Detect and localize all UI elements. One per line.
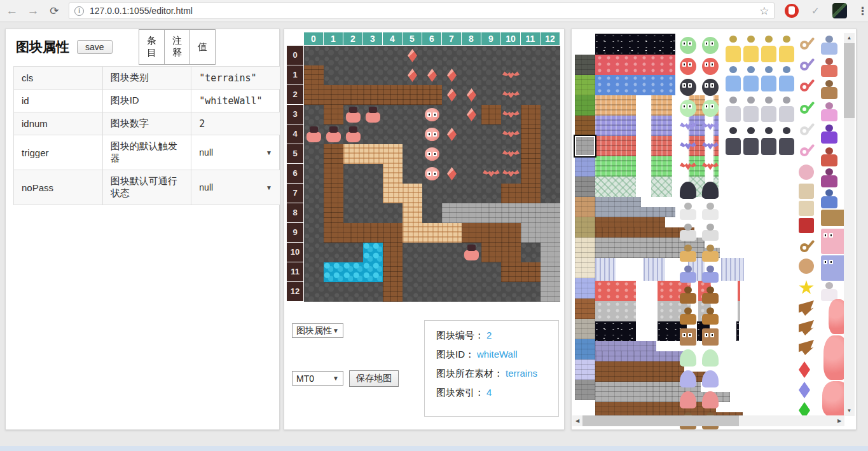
item-red-book[interactable] <box>799 218 814 233</box>
horizontal-scroll-thumb[interactable] <box>582 415 739 426</box>
item-fly-wing[interactable] <box>799 300 814 316</box>
map-tile[interactable] <box>501 164 521 184</box>
palette-band-red-water[interactable] <box>595 55 675 75</box>
map-tile[interactable] <box>383 105 403 125</box>
npc-wood-sign[interactable] <box>821 210 846 226</box>
palette-band-maze-wall-red[interactable] <box>595 136 636 156</box>
map-tile[interactable] <box>383 184 403 203</box>
palette-tile-ice-stripes[interactable] <box>575 278 595 299</box>
enemy-green-ghost[interactable] <box>702 349 719 367</box>
palette-band-purple-wall-strip[interactable] <box>595 351 691 361</box>
item-lute[interactable] <box>799 36 814 51</box>
map-tile[interactable] <box>383 144 403 164</box>
map-tile[interactable] <box>521 85 541 105</box>
map-tile[interactable] <box>442 282 462 302</box>
palette-band-starry-sky-2[interactable] <box>595 321 636 341</box>
map-tile[interactable] <box>422 144 442 164</box>
palette-band-grey-wall-strip[interactable] <box>595 248 720 258</box>
save-map-button[interactable]: 保存地图 <box>349 370 399 387</box>
map-tile[interactable] <box>481 46 501 65</box>
map-tile[interactable] <box>324 282 343 302</box>
map-tile[interactable] <box>343 203 363 223</box>
map-tile[interactable] <box>442 223 462 243</box>
property-value-input[interactable]: "terrains" <box>191 67 280 90</box>
map-tile[interactable] <box>383 46 403 65</box>
enemy-skeleton-warrior[interactable] <box>702 245 719 262</box>
map-tile[interactable] <box>304 243 324 262</box>
map-tile[interactable] <box>403 46 422 65</box>
palette-band-maze-wall-orange[interactable] <box>651 95 672 116</box>
npc-bride[interactable] <box>821 282 837 301</box>
map-tile[interactable] <box>403 125 422 144</box>
map-tile[interactable] <box>304 282 324 302</box>
map-tile[interactable] <box>363 105 383 125</box>
map-tile[interactable] <box>541 125 560 144</box>
map-tile[interactable] <box>481 105 501 125</box>
map-tile[interactable] <box>383 85 403 105</box>
map-tile[interactable] <box>324 85 343 105</box>
map-tile[interactable] <box>541 144 560 164</box>
map-tile[interactable] <box>442 65 462 85</box>
map-tile[interactable] <box>422 282 442 302</box>
enemy-red-ghost[interactable] <box>702 391 719 408</box>
map-tile[interactable] <box>462 105 481 125</box>
map-tile[interactable] <box>403 223 422 243</box>
enemy-purple-ghost[interactable] <box>702 370 719 387</box>
map-tile[interactable] <box>481 164 501 184</box>
map-tile[interactable] <box>403 65 422 85</box>
palette-band-starry-sky-2[interactable] <box>736 321 739 341</box>
map-tile[interactable] <box>501 125 521 144</box>
enemy-red-ghost[interactable] <box>680 391 696 408</box>
scroll-right-icon[interactable]: ▶ <box>834 415 844 426</box>
map-tile[interactable] <box>521 125 541 144</box>
forward-icon[interactable]: → <box>24 1 42 20</box>
map-tile[interactable] <box>481 184 501 203</box>
map-tile[interactable] <box>442 105 462 125</box>
map-tile[interactable] <box>541 46 560 65</box>
vertical-scroll-thumb[interactable] <box>844 43 855 118</box>
map-tile[interactable] <box>383 243 403 262</box>
map-tile[interactable] <box>304 223 324 243</box>
npc-blue-boy[interactable] <box>821 189 837 208</box>
map-tile[interactable] <box>324 243 343 262</box>
map-tile[interactable] <box>422 164 442 184</box>
avatar[interactable] <box>832 3 847 18</box>
map-tile[interactable] <box>422 85 442 105</box>
map-tile[interactable] <box>324 65 343 85</box>
map-tile[interactable] <box>521 262 541 282</box>
enemy-green-slime[interactable] <box>702 37 719 54</box>
map-tile[interactable] <box>363 144 383 164</box>
palette-band-lattice-wall[interactable] <box>595 177 636 197</box>
map-tile[interactable] <box>422 65 442 85</box>
enemy-skeleton[interactable] <box>702 203 719 220</box>
map-tile[interactable] <box>521 203 541 223</box>
npc-angel[interactable] <box>761 36 776 62</box>
enemy-black-slime[interactable] <box>680 79 696 96</box>
map-tile[interactable] <box>462 125 481 144</box>
palette-band-pillars[interactable] <box>644 258 665 281</box>
npc-elder[interactable] <box>821 36 837 55</box>
map-tile[interactable] <box>541 85 560 105</box>
npc-purple-wizard[interactable] <box>821 125 837 144</box>
palette-tile-sand-2[interactable] <box>575 258 595 278</box>
enemy-green-ghost[interactable] <box>680 349 696 367</box>
map-tile[interactable] <box>324 203 343 223</box>
enemy-golem-soldier[interactable] <box>702 307 719 325</box>
item-star-amulet[interactable] <box>799 280 814 295</box>
map-tile[interactable] <box>501 105 521 125</box>
palette-tile-blue-brick[interactable] <box>575 339 595 360</box>
map-tile[interactable] <box>343 144 363 164</box>
map-tile[interactable] <box>422 125 442 144</box>
map-tile[interactable] <box>304 65 324 85</box>
npc-magic-king[interactable] <box>821 168 837 187</box>
map-tile[interactable] <box>403 164 422 184</box>
npc-fighter[interactable] <box>821 80 837 99</box>
map-tile[interactable] <box>481 223 501 243</box>
palette-tile-grey-plain[interactable] <box>575 380 595 400</box>
map-tile[interactable] <box>343 282 363 302</box>
map-tile[interactable] <box>324 223 343 243</box>
map-tile[interactable] <box>304 164 324 184</box>
palette-tile-grass[interactable] <box>575 95 595 116</box>
item-red-key[interactable] <box>799 77 814 93</box>
map-tile[interactable] <box>541 184 560 203</box>
